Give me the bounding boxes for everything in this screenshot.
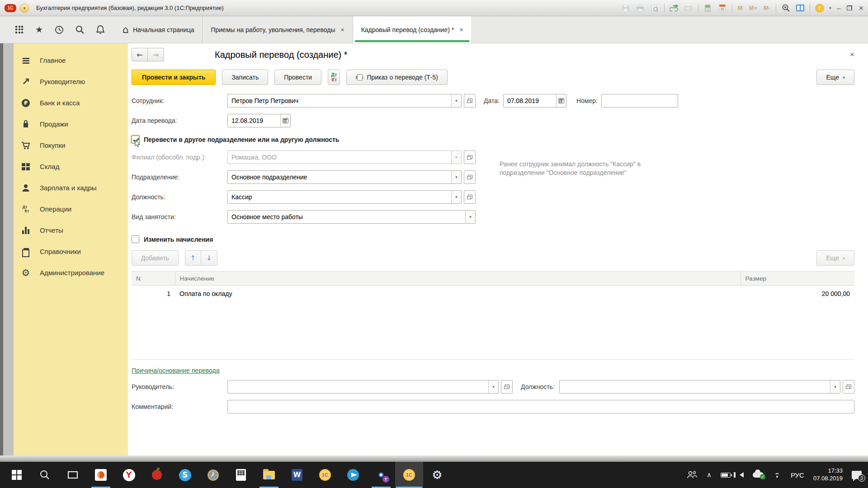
preview-icon[interactable] xyxy=(650,4,660,13)
sidebar-item-warehouse[interactable]: Склад xyxy=(14,156,128,177)
volume-icon[interactable] xyxy=(740,472,744,478)
date-input[interactable] xyxy=(504,94,556,107)
people-icon[interactable] xyxy=(687,471,698,479)
tab-close-icon[interactable]: × xyxy=(459,26,463,33)
memory-mminus-button[interactable]: M- xyxy=(763,5,771,11)
manager-position-input[interactable] xyxy=(560,380,830,393)
department-dropdown-icon[interactable]: ▾ xyxy=(451,171,461,183)
battery-icon[interactable] xyxy=(721,473,731,478)
department-open-button[interactable] xyxy=(464,170,476,184)
main-menu-button[interactable]: ▾ xyxy=(20,4,29,13)
sidebar-item-main[interactable]: ≡ Главное xyxy=(14,50,128,71)
wifi-icon[interactable] xyxy=(773,472,782,478)
more-button[interactable]: Еще ▾ xyxy=(816,70,854,85)
save-icon[interactable] xyxy=(621,4,631,13)
all-sections-icon[interactable] xyxy=(15,26,24,34)
taskbar-app-calculator[interactable] xyxy=(227,462,255,488)
manager-input[interactable] xyxy=(228,380,488,393)
post-and-close-button[interactable]: Провести и закрыть xyxy=(132,70,216,85)
tab-hiring-transfers[interactable]: Приемы на работу, увольнения, переводы × xyxy=(202,16,352,43)
send-link-icon[interactable] xyxy=(669,4,679,13)
transfer-reason-link[interactable]: Причина/основание перевода xyxy=(132,367,219,374)
employment-type-dropdown-icon[interactable]: ▾ xyxy=(465,211,475,223)
taskbar-app-word[interactable]: W xyxy=(283,462,311,488)
taskbar-app-telegram[interactable] xyxy=(339,462,367,488)
sidebar-item-sales[interactable]: Продажи xyxy=(14,113,128,135)
dtkt-postings-button[interactable]: Дт Кт xyxy=(328,70,340,85)
taskbar-app-chrome[interactable]: T xyxy=(367,462,395,488)
employee-input[interactable] xyxy=(228,94,451,107)
date-field[interactable] xyxy=(503,94,566,108)
sidebar-item-reports[interactable]: Отчеты xyxy=(14,220,128,241)
employee-open-button[interactable] xyxy=(464,94,476,108)
move-down-button[interactable]: ↓ xyxy=(201,250,217,266)
table-row[interactable]: 1 Оплата по окладу 20 000,00 xyxy=(132,286,854,302)
taskbar-app-1c-active[interactable]: 1С xyxy=(395,462,423,488)
position-open-button[interactable] xyxy=(464,190,476,204)
employment-type-field[interactable]: ▾ xyxy=(227,210,476,224)
transfer-checkbox[interactable] xyxy=(132,136,139,143)
comment-field[interactable] xyxy=(227,400,854,413)
form-close-icon[interactable]: × xyxy=(850,50,854,59)
taskbar-app-yandex[interactable]: Y xyxy=(115,462,143,488)
calendar-icon[interactable]: 31 xyxy=(717,4,727,13)
split-window-icon[interactable] xyxy=(795,4,805,13)
department-field[interactable]: ▾ xyxy=(227,170,462,184)
manager-field[interactable]: ▾ xyxy=(227,380,499,394)
col-header-size[interactable]: Размер xyxy=(741,272,854,286)
add-accrual-button[interactable]: Добавить xyxy=(132,250,179,266)
sidebar-item-directories[interactable]: Справочники xyxy=(14,241,128,262)
comment-input[interactable] xyxy=(228,400,854,413)
transfer-date-field[interactable] xyxy=(227,114,291,127)
taskbar-app-settings[interactable]: ⚙ xyxy=(423,462,451,488)
sidebar-item-bank-cash[interactable]: ₽ Банк и касса xyxy=(14,92,128,113)
calculator-icon[interactable] xyxy=(703,4,713,13)
taskbar-app-apple[interactable] xyxy=(143,462,171,488)
print-icon[interactable] xyxy=(635,4,645,13)
memory-m-button[interactable]: M xyxy=(737,5,744,11)
tray-expand-icon[interactable]: ∧ xyxy=(707,471,712,479)
transfer-date-calendar-button[interactable] xyxy=(280,114,290,127)
transfer-date-input[interactable] xyxy=(228,114,280,127)
department-input[interactable] xyxy=(228,171,451,183)
sidebar-item-salary-hr[interactable]: Зарплата и кадры xyxy=(14,177,128,198)
taskbar-app-powerpoint[interactable] xyxy=(87,462,115,488)
tab-close-icon[interactable]: × xyxy=(340,26,344,33)
taskbar-search-button[interactable] xyxy=(31,462,59,488)
taskbar-app-clock[interactable] xyxy=(199,462,227,488)
notification-center-icon[interactable]: 3 xyxy=(852,471,862,479)
employment-type-input[interactable] xyxy=(228,211,465,223)
change-accruals-checkbox[interactable] xyxy=(132,235,139,243)
date-calendar-button[interactable] xyxy=(556,94,566,107)
tab-home[interactable]: ⌂ Начальная страница xyxy=(114,16,202,43)
position-input[interactable] xyxy=(228,191,451,203)
taskbar-app-explorer[interactable] xyxy=(255,462,283,488)
zoom-icon[interactable] xyxy=(781,4,791,13)
accruals-more-button[interactable]: Еще ▾ xyxy=(816,250,854,266)
info-chevron-icon[interactable]: ▾ xyxy=(829,5,831,10)
position-field[interactable]: ▾ xyxy=(227,190,462,204)
search-icon[interactable] xyxy=(75,25,85,34)
get-link-icon[interactable] xyxy=(684,4,693,13)
col-header-accrual[interactable]: Начисление xyxy=(175,272,741,286)
nav-forward-button[interactable]: → xyxy=(148,48,164,61)
favorites-star-icon[interactable]: ★ xyxy=(35,25,43,34)
employee-dropdown-icon[interactable]: ▾ xyxy=(451,94,461,107)
task-view-button[interactable] xyxy=(59,462,87,488)
manager-position-field[interactable]: ▾ xyxy=(559,380,840,394)
transfer-order-print-button[interactable]: Приказ о переводе (Т-5) xyxy=(346,70,448,85)
number-field[interactable] xyxy=(601,94,678,108)
col-header-n[interactable]: N xyxy=(132,272,175,286)
number-input[interactable] xyxy=(602,94,678,107)
onedrive-icon[interactable] xyxy=(753,472,764,478)
employee-field[interactable]: ▾ xyxy=(227,94,462,108)
tab-personnel-transfer[interactable]: Кадровый перевод (создание) * × xyxy=(353,16,472,43)
nav-back-button[interactable]: ← xyxy=(132,48,148,61)
manager-position-open-button[interactable] xyxy=(843,380,854,394)
sidebar-item-operations[interactable]: Дт Кт Операции xyxy=(14,198,128,220)
position-dropdown-icon[interactable]: ▾ xyxy=(451,191,461,203)
taskbar-app-1c[interactable]: 1С xyxy=(311,462,339,488)
taskbar-app-skype[interactable]: S xyxy=(171,462,199,488)
manager-open-button[interactable] xyxy=(501,380,513,394)
sidebar-item-manager[interactable]: ↗ Руководителю xyxy=(14,71,128,92)
